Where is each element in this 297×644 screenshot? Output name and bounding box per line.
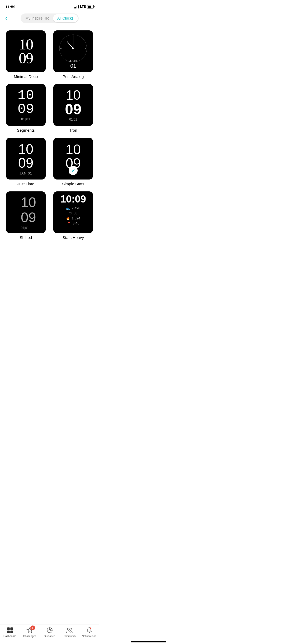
post-analog-day: 01 — [53, 63, 93, 69]
battery-icon — [87, 5, 94, 8]
clock-item-minimal-deco[interactable]: 1009 Minimal Deco — [4, 30, 48, 79]
location-icon: 📍 — [67, 222, 71, 225]
stats-heavy-time: 10:09 — [60, 194, 86, 204]
post-analog-month: JAN — [53, 59, 93, 63]
clock-item-just-time[interactable]: 1009 JAN 01 Just Time — [4, 138, 48, 186]
clock-item-shifted[interactable]: 1009 01|01 Shifted — [4, 191, 48, 240]
tron-time: 1009 — [65, 89, 81, 117]
signal-icon — [74, 5, 79, 8]
status-right: LTE — [74, 5, 94, 8]
segments-date: 01|01 — [18, 117, 34, 121]
stats-heavy-heart-row: ♡ 68 — [69, 211, 77, 215]
stats-heavy-heart: 68 — [74, 211, 77, 215]
status-bar: 11:59 LTE — [0, 0, 99, 12]
selected-checkmark — [69, 166, 78, 175]
clock-face-stats-heavy: 10:09 👟 7,498 ♡ 68 🔥 1,824 📍 3.46 — [53, 191, 93, 233]
clock-face-simple-stats: 1009 01|01 — [53, 138, 93, 180]
status-time: 11:59 — [5, 4, 15, 9]
svg-line-5 — [67, 42, 73, 48]
lte-label: LTE — [80, 5, 86, 8]
clock-label-post-analog: Post Analog — [63, 74, 84, 79]
tab-toggle: My Inspire HR All Clocks — [20, 13, 78, 23]
clock-item-post-analog[interactable]: JAN 01 Post Analog — [52, 30, 95, 79]
minimal-deco-time: 1009 — [19, 38, 33, 65]
heart-icon: ♡ — [69, 211, 72, 215]
stats-heavy-steps: 7,498 — [72, 206, 80, 210]
clock-item-tron[interactable]: 1009 01|01 Tron — [52, 84, 95, 132]
clock-label-shifted: Shifted — [20, 235, 32, 240]
clock-label-just-time: Just Time — [17, 182, 34, 186]
clock-item-simple-stats[interactable]: 1009 01|01 Simple Stats — [52, 138, 95, 186]
clock-face-shifted: 1009 01|01 — [6, 191, 46, 233]
clock-label-stats-heavy: Stats Heavy — [63, 235, 84, 240]
clock-label-minimal-deco: Minimal Deco — [14, 74, 38, 79]
clock-face-segments: 1009 01|01 — [6, 84, 46, 126]
stats-heavy-calories-row: 🔥 1,824 — [66, 216, 80, 220]
steps-icon: 👟 — [66, 206, 70, 210]
segments-time: 1009 — [18, 89, 34, 116]
clock-item-stats-heavy[interactable]: 10:09 👟 7,498 ♡ 68 🔥 1,824 📍 3.46 — [52, 191, 95, 240]
tab-all-clocks[interactable]: All Clocks — [53, 14, 78, 22]
shifted-time: 1009 — [21, 195, 36, 225]
clock-item-segments[interactable]: 1009 01|01 Segments — [4, 84, 48, 132]
post-analog-date: JAN 01 — [53, 59, 93, 69]
clock-face-minimal-deco: 1009 — [6, 30, 46, 72]
clock-face-just-time: 1009 JAN 01 — [6, 138, 46, 180]
nav-header: ‹ My Inspire HR All Clocks — [0, 12, 99, 26]
stats-heavy-distance: 3.46 — [73, 221, 79, 225]
tron-date: 01|01 — [65, 118, 81, 121]
clock-label-simple-stats: Simple Stats — [62, 182, 84, 186]
just-time-time: 1009 — [18, 142, 34, 170]
just-time-date: JAN 01 — [18, 171, 34, 175]
content-area: 1009 Minimal Deco — [0, 26, 99, 266]
clock-face-post-analog: JAN 01 — [53, 30, 93, 72]
back-button[interactable]: ‹ — [4, 14, 8, 23]
clock-face-tron: 1009 01|01 — [53, 84, 93, 126]
clock-label-tron: Tron — [69, 128, 77, 132]
stats-heavy-steps-row: 👟 7,498 — [66, 206, 80, 210]
stats-heavy-calories: 1,824 — [72, 216, 80, 220]
clock-grid: 1009 Minimal Deco — [0, 26, 99, 240]
svg-point-7 — [72, 48, 74, 49]
shifted-date: 01|01 — [21, 226, 36, 230]
tab-my-inspire[interactable]: My Inspire HR — [21, 14, 53, 22]
stats-heavy-distance-row: 📍 3.46 — [67, 221, 79, 225]
clock-label-segments: Segments — [17, 128, 35, 132]
fire-icon: 🔥 — [66, 217, 70, 220]
